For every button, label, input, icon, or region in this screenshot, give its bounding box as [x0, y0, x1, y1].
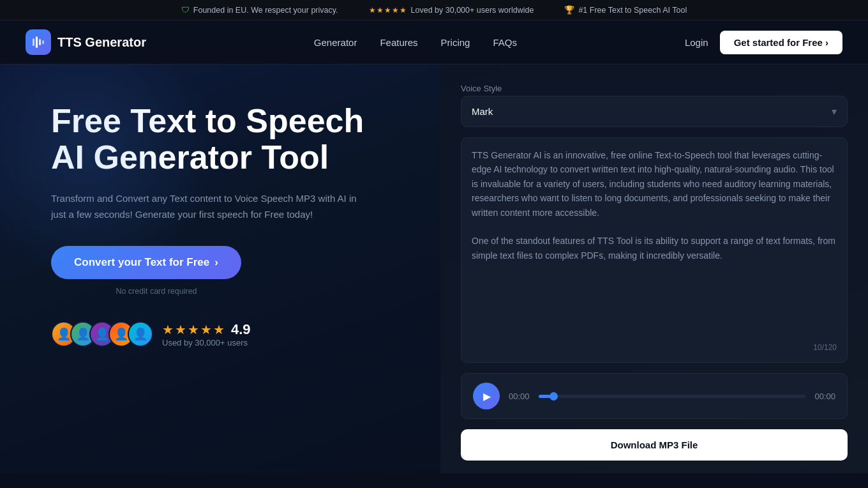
hero-subtitle: Transform and Convert any Text content t… [51, 191, 357, 223]
login-button[interactable]: Login [685, 37, 708, 48]
social-proof: 👤 👤 👤 👤 👤 ★★★★★ 4.9 Used by 30,000+ user… [51, 321, 402, 347]
nav-pricing[interactable]: Pricing [441, 37, 470, 48]
logo: TTS Generator [26, 29, 146, 55]
svg-rect-1 [36, 36, 38, 48]
nav: Generator Features Pricing FAQs [314, 37, 517, 48]
logo-text: TTS Generator [57, 35, 146, 50]
text-input-area[interactable]: TTS Generator AI is an innovative, free … [461, 137, 848, 363]
text-content[interactable]: TTS Generator AI is an innovative, free … [472, 148, 837, 338]
char-count: 10/120 [472, 343, 837, 352]
get-started-button[interactable]: Get started for Free › [720, 31, 842, 54]
nav-generator[interactable]: Generator [314, 37, 357, 48]
progress-thumb [550, 392, 558, 400]
stars-icon: ★★★★★ [369, 6, 407, 15]
time-start: 00:00 [509, 392, 530, 401]
hero-section: Free Text to Speech AI Generator Tool Tr… [0, 65, 440, 473]
chevron-down-icon: ▾ [832, 105, 837, 118]
svg-rect-2 [39, 39, 41, 45]
avatar: 👤 [128, 321, 153, 347]
header: TTS Generator Generator Features Pricing… [0, 20, 868, 65]
nav-features[interactable]: Features [380, 37, 417, 48]
progress-bar[interactable] [539, 395, 806, 398]
voice-style-section: Voice Style Mark ▾ [461, 84, 848, 127]
avatars: 👤 👤 👤 👤 👤 [51, 321, 153, 347]
progress-fill [539, 395, 555, 398]
main-layout: Free Text to Speech AI Generator Tool Tr… [0, 65, 868, 473]
panel-content: Voice Style Mark ▾ TTS Generator AI is a… [440, 65, 868, 473]
no-credit-label: No credit card required [51, 287, 262, 296]
hero-title: Free Text to Speech AI Generator Tool [51, 103, 402, 176]
time-end: 00:00 [814, 392, 835, 401]
right-panel: Voice Style Mark ▾ TTS Generator AI is a… [440, 65, 868, 473]
header-right: Login Get started for Free › [685, 31, 842, 54]
shield-icon: 🛡 [181, 5, 190, 15]
rating-stars: ★★★★★ [162, 322, 226, 337]
rating-info: ★★★★★ 4.9 Used by 30,000+ users [162, 321, 251, 347]
logo-icon [26, 29, 51, 55]
play-icon: ▶ [483, 390, 491, 402]
svg-rect-3 [42, 40, 44, 44]
hero-cta-button[interactable]: Convert your Text for Free › [51, 246, 241, 279]
banner-item-rank: 🏆 #1 Free Text to Speech AI Tool [564, 5, 687, 15]
nav-faqs[interactable]: FAQs [493, 37, 517, 48]
rating-text: Used by 30,000+ users [162, 338, 251, 347]
rating-number: 4.9 [231, 321, 251, 338]
svg-rect-0 [33, 38, 34, 46]
play-button[interactable]: ▶ [473, 383, 500, 409]
banner-item-privacy: 🛡 Founded in EU. We respect your privacy… [181, 5, 338, 15]
audio-player: ▶ 00:00 00:00 [461, 373, 848, 419]
banner-item-users: ★★★★★ Loved by 30,000+ users worldwide [369, 6, 534, 15]
top-banner: 🛡 Founded in EU. We respect your privacy… [0, 0, 868, 20]
voice-select-dropdown[interactable]: Mark ▾ [461, 96, 848, 127]
trophy-icon: 🏆 [564, 5, 574, 15]
voice-style-label: Voice Style [461, 84, 848, 93]
download-button[interactable]: Download MP3 File [461, 429, 848, 461]
